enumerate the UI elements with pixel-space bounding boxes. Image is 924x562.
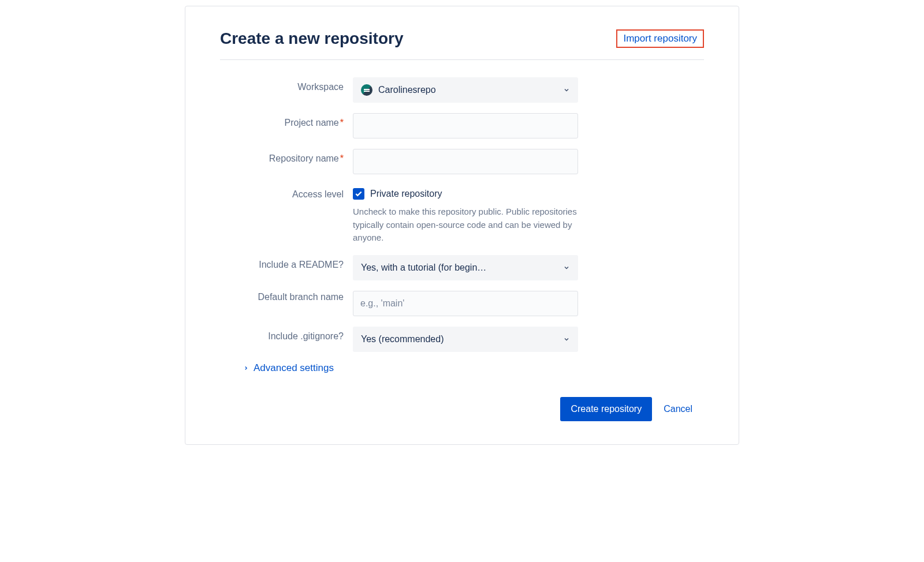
chevron-down-icon bbox=[563, 87, 570, 93]
include-readme-value: Yes, with a tutorial (for begin… bbox=[361, 263, 486, 273]
chevron-down-icon bbox=[563, 336, 570, 343]
chevron-down-icon bbox=[563, 264, 570, 271]
access-level-label: Access level bbox=[232, 185, 353, 200]
advanced-settings-label: Advanced settings bbox=[254, 362, 334, 374]
repository-name-label: Repository name* bbox=[232, 149, 353, 164]
create-repo-form: Workspace Carolinesrepo Project name* bbox=[232, 77, 624, 374]
import-repository-link[interactable]: Import repository bbox=[623, 33, 697, 44]
include-gitignore-row: Include .gitignore? Yes (recommended) bbox=[232, 327, 624, 352]
include-readme-select[interactable]: Yes, with a tutorial (for begin… bbox=[353, 255, 578, 280]
form-footer: Create repository Cancel bbox=[220, 397, 704, 421]
private-repo-checkbox[interactable] bbox=[353, 188, 364, 200]
include-gitignore-select[interactable]: Yes (recommended) bbox=[353, 327, 578, 352]
workspace-row: Workspace Carolinesrepo bbox=[232, 77, 624, 103]
default-branch-input[interactable] bbox=[353, 291, 578, 316]
private-repo-label: Private repository bbox=[370, 189, 442, 199]
include-gitignore-label: Include .gitignore? bbox=[232, 327, 353, 342]
required-marker: * bbox=[340, 153, 344, 163]
advanced-settings-toggle[interactable]: Advanced settings bbox=[243, 362, 624, 374]
include-readme-row: Include a README? Yes, with a tutorial (… bbox=[232, 255, 624, 280]
project-name-row: Project name* bbox=[232, 113, 624, 138]
default-branch-label: Default branch name bbox=[232, 291, 353, 304]
include-readme-label: Include a README? bbox=[232, 255, 353, 270]
panel-header: Create a new repository Import repositor… bbox=[220, 29, 704, 60]
project-name-label: Project name* bbox=[232, 113, 353, 128]
workspace-label: Workspace bbox=[232, 77, 353, 92]
access-level-row: Access level Private repository Uncheck … bbox=[232, 185, 624, 245]
required-marker: * bbox=[340, 118, 344, 128]
chevron-right-icon bbox=[243, 365, 249, 371]
project-name-input[interactable] bbox=[353, 113, 578, 138]
workspace-select[interactable]: Carolinesrepo bbox=[353, 77, 578, 103]
access-level-helper: Uncheck to make this repository public. … bbox=[353, 205, 578, 245]
create-repo-panel: Create a new repository Import repositor… bbox=[185, 6, 739, 445]
include-gitignore-value: Yes (recommended) bbox=[361, 334, 444, 344]
workspace-value: Carolinesrepo bbox=[378, 85, 436, 95]
repository-name-input[interactable] bbox=[353, 149, 578, 174]
page-title: Create a new repository bbox=[220, 29, 403, 48]
workspace-avatar-icon bbox=[361, 84, 372, 96]
create-repository-button[interactable]: Create repository bbox=[560, 397, 652, 421]
default-branch-row: Default branch name bbox=[232, 291, 624, 316]
repository-name-row: Repository name* bbox=[232, 149, 624, 174]
cancel-button[interactable]: Cancel bbox=[664, 404, 692, 414]
import-link-highlight: Import repository bbox=[616, 29, 704, 48]
checkmark-icon bbox=[355, 190, 363, 198]
